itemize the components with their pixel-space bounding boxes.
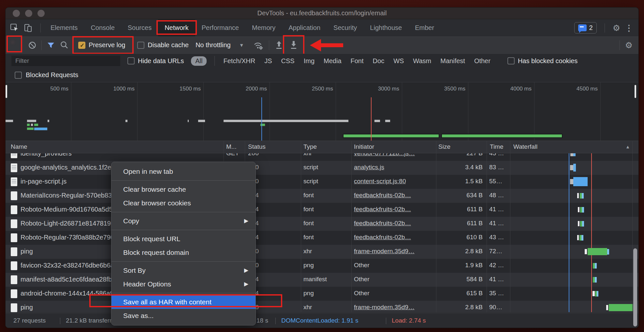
blocked-requests-checkbox[interactable] xyxy=(15,72,22,79)
overview-tick-label: 1500 ms xyxy=(154,86,201,92)
menu-item-save-as[interactable]: Save as... xyxy=(111,309,256,323)
request-type: font xyxy=(303,192,314,199)
table-row-roboto-light-d26871e814781906-woff2[interactable]: Roboto-Light-d26871e814781906.woff2GET30… xyxy=(6,217,638,231)
column-header-type[interactable]: Type xyxy=(303,143,317,150)
settings-gear-icon[interactable]: ⚙ xyxy=(613,24,620,32)
network-settings-gear-icon[interactable]: ⚙ xyxy=(625,41,633,49)
tab-sources[interactable]: Sources xyxy=(121,19,158,36)
disable-cache-checkbox[interactable] xyxy=(137,42,144,49)
record-network-log-button[interactable] xyxy=(13,42,19,48)
request-size: 611 B xyxy=(439,220,483,227)
file-icon xyxy=(11,275,17,284)
tab-performance[interactable]: Performance xyxy=(195,19,246,36)
vertical-scrollbar[interactable] xyxy=(633,248,637,326)
table-row-identity-providers[interactable]: identity_providersGET200xhrvendor-877712… xyxy=(6,153,638,161)
tab-lighthouse[interactable]: Lighthouse xyxy=(363,19,408,36)
filter-pill-img[interactable]: Img xyxy=(303,56,315,66)
filter-pill-doc[interactable]: Doc xyxy=(372,56,385,66)
menu-item-save-all-as-har-with-content[interactable]: Save all as HAR with content xyxy=(111,295,256,309)
column-header-name[interactable]: Name xyxy=(11,143,27,150)
request-initiator[interactable]: content-script.js:80 xyxy=(354,178,406,185)
requests-table-header: Name M... Status Type Initiator Size Tim… xyxy=(6,141,638,153)
export-har-button[interactable] xyxy=(289,40,299,50)
throttling-dropdown[interactable]: No throttling ▼ xyxy=(196,41,244,49)
column-header-waterfall[interactable]: Waterfall xyxy=(513,143,537,150)
has-blocked-cookies-checkbox[interactable] xyxy=(507,57,515,64)
tab-memory[interactable]: Memory xyxy=(245,19,282,36)
filter-pill-css[interactable]: CSS xyxy=(281,56,295,66)
filter-funnel-icon[interactable] xyxy=(47,41,55,49)
table-row-google-analytics-analytics-1f2e3d-js[interactable]: google-analytics_analytics.1f2e3d.jsGET2… xyxy=(6,161,638,175)
column-header-time[interactable]: Time xyxy=(490,143,504,150)
overview-right-handle[interactable] xyxy=(635,85,636,98)
column-header-status[interactable]: Status xyxy=(248,143,266,150)
menu-item-block-request-domain[interactable]: Block request domain xyxy=(111,246,256,259)
has-blocked-cookies-control[interactable]: Has blocked cookies xyxy=(507,57,578,65)
request-initiator[interactable]: feedbackfruits-02b… xyxy=(354,206,411,213)
column-header-initiator[interactable]: Initiator xyxy=(354,143,374,150)
filter-pill-all[interactable]: All xyxy=(191,56,207,66)
waterfall-bar xyxy=(581,235,583,241)
request-time: 41 … xyxy=(489,206,504,213)
overview-left-handle[interactable] xyxy=(6,85,7,98)
search-icon[interactable] xyxy=(60,41,69,49)
filter-input[interactable] xyxy=(11,56,120,66)
menu-item-copy[interactable]: Copy▶ xyxy=(111,214,256,228)
request-initiator[interactable]: feedbackfruits-02b… xyxy=(354,192,411,199)
inspect-element-icon[interactable] xyxy=(10,23,19,32)
table-row-roboto-medium-90d16760a5d53e1a-woff2[interactable]: Roboto-Medium-90d16760a5d53e1a.woff2GET3… xyxy=(6,203,638,217)
filter-pill-media[interactable]: Media xyxy=(323,56,342,66)
hide-data-urls-checkbox[interactable] xyxy=(127,57,135,64)
request-initiator[interactable]: feedbackfruits-02b… xyxy=(354,220,411,227)
column-header-size[interactable]: Size xyxy=(438,143,450,150)
column-header-method[interactable]: M... xyxy=(226,143,237,150)
table-row-favicon-32x32-e382476dbe6b6a2b-png[interactable]: favicon-32x32-e382476dbe6b6a2b.pngGET200… xyxy=(6,259,638,273)
filter-pill-ws[interactable]: WS xyxy=(393,56,404,66)
menu-item-header-options[interactable]: Header Options▶ xyxy=(111,277,256,291)
table-row-materialicons-regular-570eb83859dc23dd-woff2[interactable]: MaterialIcons-Regular-570eb83859dc23dd.w… xyxy=(6,189,638,203)
menu-item-open-in-new-tab[interactable]: Open in new tab xyxy=(111,165,256,178)
sort-ascending-icon[interactable]: ▲ xyxy=(625,144,630,149)
request-initiator[interactable]: frame-modern.35d9… xyxy=(354,304,415,311)
title-bar[interactable]: DevTools - eu.feedbackfruits.com/login/e… xyxy=(6,7,638,19)
network-overview-timeline[interactable]: 500 ms1000 ms1500 ms2000 ms2500 ms3000 m… xyxy=(6,82,638,141)
clear-network-log-button[interactable] xyxy=(28,41,37,49)
kebab-menu-icon[interactable]: ⋮ xyxy=(625,24,633,32)
waterfall-bar xyxy=(582,193,584,199)
tab-application[interactable]: Application xyxy=(282,19,327,36)
disable-cache-control[interactable]: Disable cache xyxy=(137,41,189,49)
table-row-roboto-regular-73f0a88b2e790213-woff2[interactable]: Roboto-Regular-73f0a88b2e790213.woff2GET… xyxy=(6,231,638,245)
request-initiator[interactable]: frame-modern.35d9… xyxy=(354,248,415,255)
filter-pill-font[interactable]: Font xyxy=(350,56,364,66)
overview-tick-label: 3000 ms xyxy=(353,86,399,92)
table-row-manifest-a8ad5c1ec6fdaea28fb2-json[interactable]: manifest-a8ad5c1ec6fdaea28fb2.jsonGET304… xyxy=(6,273,638,287)
request-initiator[interactable]: analytics.js xyxy=(354,164,384,171)
tab-console[interactable]: Console xyxy=(84,19,121,36)
filter-pill-manifest[interactable]: Manifest xyxy=(440,56,466,66)
import-har-icon[interactable] xyxy=(274,40,284,50)
filter-pill-js[interactable]: JS xyxy=(264,56,272,66)
filter-pill-fetch-xhr[interactable]: Fetch/XHR xyxy=(223,56,256,66)
menu-item-clear-browser-cookies[interactable]: Clear browser cookies xyxy=(111,196,256,210)
tab-elements[interactable]: Elements xyxy=(44,19,84,36)
network-conditions-icon[interactable] xyxy=(253,40,264,50)
tab-security[interactable]: Security xyxy=(327,19,363,36)
table-row-in-page-script-js[interactable]: in-page-script.jsGET200scriptcontent-scr… xyxy=(6,175,638,189)
request-initiator[interactable]: feedbackfruits-02b… xyxy=(354,234,411,241)
filter-pill-other[interactable]: Other xyxy=(474,56,491,66)
file-icon xyxy=(11,219,17,228)
menu-item-sort-by[interactable]: Sort By▶ xyxy=(111,264,256,277)
request-time: 41 … xyxy=(489,276,504,283)
device-toolbar-icon[interactable] xyxy=(23,23,33,33)
issues-counter-badge[interactable]: 2 xyxy=(574,22,597,34)
tab-ember[interactable]: Ember xyxy=(408,19,441,36)
preserve-log-control[interactable]: Preserve log xyxy=(78,41,125,49)
request-initiator[interactable]: vendor-877712b...js… xyxy=(354,153,415,157)
request-type: png xyxy=(303,262,314,269)
filter-pill-wasm[interactable]: Wasm xyxy=(412,56,432,66)
menu-item-block-request-url[interactable]: Block request URL xyxy=(111,232,256,246)
menu-item-clear-browser-cache[interactable]: Clear browser cache xyxy=(111,183,256,196)
table-row-ping[interactable]: pingPOST200xhrframe-modern.35d9…2.8 kB72… xyxy=(6,245,638,259)
hide-data-urls-control[interactable]: Hide data URLs xyxy=(127,57,184,65)
tab-network[interactable]: Network xyxy=(158,19,195,36)
